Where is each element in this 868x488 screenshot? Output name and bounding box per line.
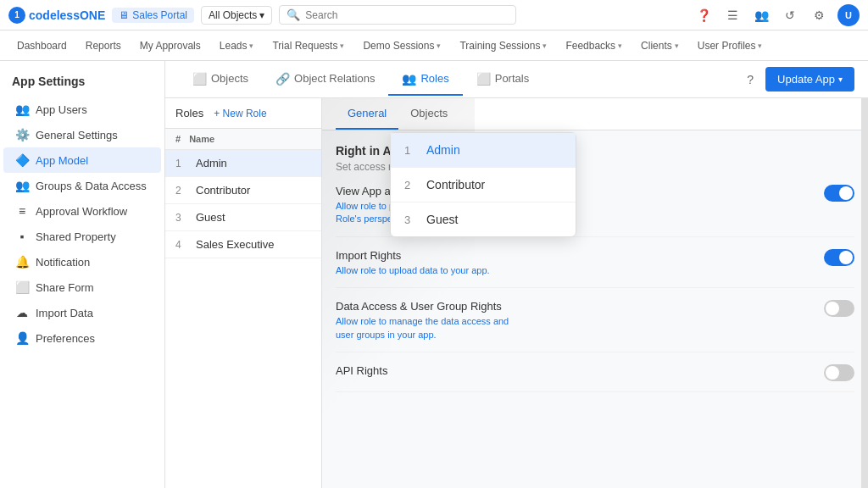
approval-icon: ≡ xyxy=(15,204,29,218)
update-app-button[interactable]: Update App ▾ xyxy=(765,67,854,92)
role-row-admin[interactable]: 1 Admin xyxy=(165,150,321,177)
portal-icon: 🖥 xyxy=(119,9,129,21)
nav-item-my-approvals[interactable]: My Approvals xyxy=(131,35,209,57)
sidebar-item-approval-workflow[interactable]: ≡ Approval Workflow xyxy=(3,198,161,224)
top-bar-icons: ❓ ☰ 👥 ↺ ⚙ U xyxy=(693,4,860,26)
roles-panel: Roles + New Role # Name 1 Admin 2 Contri… xyxy=(165,98,322,488)
history-icon[interactable]: ↺ xyxy=(780,5,800,25)
sidebar: App Settings 👥 App Users ⚙️ General Sett… xyxy=(0,61,165,488)
main-layout: App Settings 👥 App Users ⚙️ General Sett… xyxy=(0,61,868,488)
sidebar-label-shared-property: Shared Property xyxy=(36,230,116,243)
portal-name: Sales Portal xyxy=(132,9,187,21)
toggle-knob-api-rights xyxy=(826,366,839,380)
top-bar: 1 codelessONE 🖥 Sales Portal All Objects… xyxy=(0,0,868,30)
right-panel: 1 Admin 2 Contributor 3 Guest Gene xyxy=(322,98,868,488)
tab-portals-label: Portals xyxy=(495,72,529,85)
nav-item-feedbacks[interactable]: Feedbacks▾ xyxy=(557,35,631,57)
general-settings-icon: ⚙️ xyxy=(15,128,29,141)
sidebar-item-notification[interactable]: 🔔 Notification xyxy=(3,249,161,274)
feedbacks-chevron: ▾ xyxy=(618,42,622,50)
content-area: ⬜ Objects 🔗 Object Relations 👥 Roles ⬜ P… xyxy=(165,61,868,488)
nav-item-demo-sessions[interactable]: Demo Sessions▾ xyxy=(354,35,449,57)
role-row-guest[interactable]: 3 Guest xyxy=(165,204,321,231)
sidebar-item-groups-data-access[interactable]: 👥 Groups & Data Access xyxy=(3,173,161,198)
app-badge[interactable]: 🖥 Sales Portal xyxy=(112,8,194,23)
app-model-icon: 🔷 xyxy=(15,153,29,167)
dropdown-item-contributor[interactable]: 2 Contributor xyxy=(391,168,576,202)
sidebar-label-preferences: Preferences xyxy=(36,332,95,345)
leads-chevron: ▾ xyxy=(249,42,253,50)
update-app-label: Update App xyxy=(777,73,835,86)
avatar[interactable]: U xyxy=(837,4,860,26)
dropdown-name-guest: Guest xyxy=(426,213,458,226)
nav-item-reports[interactable]: Reports xyxy=(77,35,130,57)
role-name-admin: Admin xyxy=(196,157,227,169)
tab-objects[interactable]: ⬜ Objects xyxy=(179,64,262,96)
toggle-view-app[interactable] xyxy=(824,185,854,202)
settings-icon[interactable]: ⚙ xyxy=(809,5,829,25)
sub-tab-general[interactable]: General xyxy=(336,98,398,130)
sidebar-item-app-users[interactable]: 👥 App Users xyxy=(3,97,161,122)
role-num-3: 3 xyxy=(175,212,187,224)
dropdown-num-2: 2 xyxy=(404,179,416,191)
content-tabs: ⬜ Objects 🔗 Object Relations 👥 Roles ⬜ P… xyxy=(179,64,542,96)
logo-text: codelessONE xyxy=(29,8,105,22)
search-bar[interactable]: 🔍 xyxy=(279,5,516,25)
search-input[interactable] xyxy=(305,9,509,21)
role-row-sales-executive[interactable]: 4 Sales Executive xyxy=(165,231,321,258)
nav-item-user-profiles[interactable]: User Profiles▾ xyxy=(689,35,771,57)
sidebar-item-general-settings[interactable]: ⚙️ General Settings xyxy=(3,122,161,147)
trial-chevron: ▾ xyxy=(340,42,344,50)
logo: 1 codelessONE xyxy=(8,7,105,24)
help-icon[interactable]: ❓ xyxy=(693,5,714,25)
users-icon[interactable]: 👥 xyxy=(751,5,771,25)
tab-portals[interactable]: ⬜ Portals xyxy=(463,64,542,96)
nav-item-trial-requests[interactable]: Trial Requests▾ xyxy=(264,35,353,57)
all-objects-label: All Objects xyxy=(209,9,257,21)
setting-row-import-rights: Import Rights Allow role to upload data … xyxy=(336,249,854,288)
portals-tab-icon: ⬜ xyxy=(476,72,491,86)
toggle-api-rights[interactable] xyxy=(824,364,854,381)
nav-item-training-sessions[interactable]: Training Sessions▾ xyxy=(451,35,555,57)
sidebar-item-shared-property[interactable]: ▪ Shared Property xyxy=(3,224,161,249)
objects-tab-icon: ⬜ xyxy=(192,72,207,86)
dropdown-item-guest[interactable]: 3 Guest xyxy=(391,202,576,236)
nav-item-clients[interactable]: Clients▾ xyxy=(632,35,687,57)
role-num-2: 2 xyxy=(175,185,187,197)
content-help-icon[interactable]: ? xyxy=(747,73,754,86)
data-access-desc: Allow role to manage the data access and… xyxy=(336,315,522,341)
role-dropdown: 1 Admin 2 Contributor 3 Guest xyxy=(390,132,576,237)
new-role-button[interactable]: + New Role xyxy=(214,108,266,119)
setting-info-data-access: Data Access & User Group Rights Allow ro… xyxy=(336,300,522,341)
role-name-contributor: Contributor xyxy=(196,184,250,197)
sidebar-label-general-settings: General Settings xyxy=(36,129,118,141)
share-form-icon: ⬜ xyxy=(15,280,29,294)
import-rights-desc: Allow role to upload data to your app. xyxy=(336,264,490,277)
sub-tab-objects[interactable]: Objects xyxy=(398,98,459,130)
sidebar-item-share-form[interactable]: ⬜ Share Form xyxy=(3,274,161,300)
menu-icon[interactable]: ☰ xyxy=(722,5,743,25)
role-row-contributor[interactable]: 2 Contributor xyxy=(165,177,321,204)
sidebar-item-preferences[interactable]: 👤 Preferences xyxy=(3,325,161,351)
tab-roles[interactable]: 👥 Roles xyxy=(388,64,462,96)
sidebar-item-app-model[interactable]: 🔷 App Model xyxy=(3,147,161,173)
toggle-import-rights[interactable] xyxy=(824,249,854,266)
nav-item-dashboard[interactable]: Dashboard xyxy=(8,35,75,57)
update-btn-chevron: ▾ xyxy=(838,75,843,84)
dropdown-item-admin[interactable]: 1 Admin xyxy=(391,133,576,168)
toggle-knob-data-access xyxy=(826,302,839,315)
tab-object-relations[interactable]: 🔗 Object Relations xyxy=(262,64,388,96)
toggle-knob-import-rights xyxy=(839,251,853,264)
tab-roles-label: Roles xyxy=(420,72,448,85)
toggle-data-access[interactable] xyxy=(824,300,854,317)
setting-row-api-rights: API Rights xyxy=(336,364,854,392)
data-access-label: Data Access & User Group Rights xyxy=(336,300,522,313)
sidebar-item-import-data[interactable]: ☁ Import Data xyxy=(3,300,161,325)
preferences-icon: 👤 xyxy=(15,331,29,345)
roles-header: Roles + New Role xyxy=(165,98,321,129)
chevron-down-icon: ▾ xyxy=(259,9,264,21)
right-scrollbar[interactable] xyxy=(861,98,868,488)
all-objects-button[interactable]: All Objects ▾ xyxy=(201,6,272,25)
groups-icon: 👥 xyxy=(15,179,29,192)
nav-item-leads[interactable]: Leads▾ xyxy=(211,35,263,57)
